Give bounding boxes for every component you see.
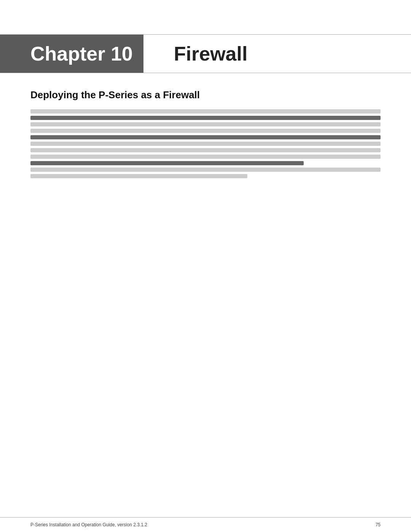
section-heading: Deploying the P-Series as a Firewall (30, 89, 381, 101)
text-line-9 (30, 161, 304, 165)
chapter-title: Firewall (143, 35, 411, 73)
text-line-2 (30, 116, 381, 120)
footer-right-text: 75 (376, 522, 381, 527)
chapter-header: Chapter 10 Firewall (0, 35, 411, 73)
page-container: Chapter 10 Firewall Deploying the P-Seri… (0, 0, 411, 532)
text-line-6 (30, 142, 381, 146)
text-line-1 (30, 109, 381, 113)
chapter-label-text: Chapter 10 (30, 42, 133, 65)
text-line-5 (30, 135, 381, 139)
footer-left-text: P-Series Installation and Operation Guid… (30, 522, 147, 527)
text-line-8 (30, 155, 381, 159)
text-line-7 (30, 148, 381, 152)
text-line-3 (30, 122, 381, 126)
footer: P-Series Installation and Operation Guid… (0, 517, 411, 532)
bottom-rule (0, 73, 411, 73)
body-text-block (30, 109, 381, 181)
chapter-label: Chapter 10 (0, 35, 143, 73)
text-line-4 (30, 129, 381, 133)
text-line-11 (30, 174, 247, 178)
chapter-title-text: Firewall (174, 42, 248, 65)
text-line-10 (30, 168, 381, 172)
